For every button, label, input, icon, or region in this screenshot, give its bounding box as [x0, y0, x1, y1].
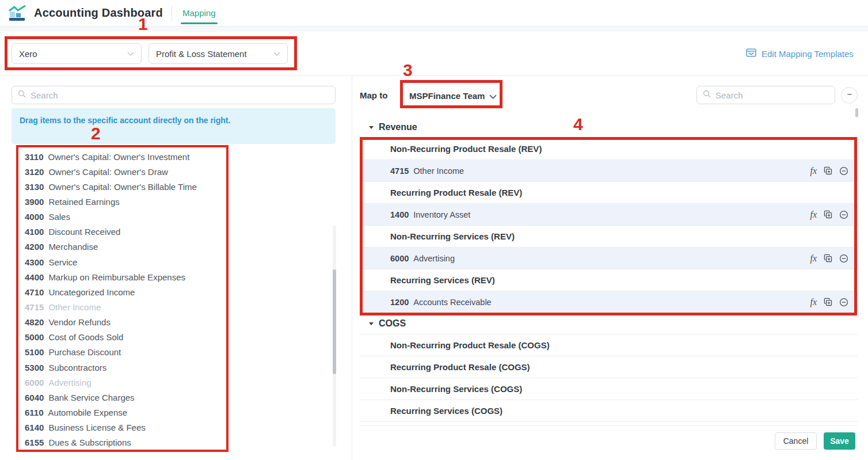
formula-icon[interactable]: fx	[810, 210, 817, 219]
account-name: Other Income	[48, 302, 101, 312]
mapped-account-code: 1200	[390, 298, 409, 307]
chevron-down-icon	[127, 52, 134, 56]
category-row[interactable]: Non-Recurring Services (REV)	[360, 226, 858, 248]
section-header-cogs[interactable]: COGS	[360, 313, 858, 334]
category-label: Recurring Services (COGS)	[390, 406, 502, 416]
remove-icon[interactable]	[839, 298, 848, 307]
account-item[interactable]: 4820Vendor Refunds	[12, 315, 325, 330]
account-item[interactable]: 3120Owner's Capital: Owner's Draw	[12, 164, 325, 179]
account-code: 5000	[25, 332, 44, 342]
mapped-account-code: 4715	[390, 166, 409, 176]
caret-down-icon	[369, 322, 374, 325]
account-item[interactable]: 4100Discount Received	[12, 225, 325, 239]
team-select[interactable]: MSPFinance Team	[409, 88, 497, 103]
category-label: Non-Recurring Services (COGS)	[390, 384, 522, 394]
team-select-value: MSPFinance Team	[409, 91, 485, 101]
section-header-revenue[interactable]: Revenue	[360, 117, 858, 138]
annotation-number-3: 3	[403, 62, 413, 79]
account-code: 6040	[25, 393, 44, 402]
account-name: Retained Earnings	[48, 197, 119, 207]
duplicate-icon[interactable]	[824, 166, 832, 175]
account-code: 4820	[25, 317, 44, 327]
tab-mapping[interactable]: Mapping	[181, 0, 218, 26]
mapped-account-row[interactable]: 4715Other Incomefx	[360, 160, 858, 182]
left-scrollbar-thumb[interactable]	[333, 269, 336, 374]
caret-down-icon	[369, 126, 374, 129]
account-name: Discount Received	[48, 227, 120, 237]
source-search-input[interactable]	[31, 90, 329, 100]
account-item[interactable]: 5000Cost of Goods Sold	[12, 330, 325, 345]
remove-icon[interactable]	[839, 210, 848, 219]
account-item[interactable]: 4300Service	[12, 254, 325, 269]
header-divider	[172, 6, 172, 21]
remove-icon[interactable]	[839, 166, 848, 176]
account-item[interactable]: 3110Owner's Capital: Owner's Investment	[12, 149, 325, 164]
duplicate-icon[interactable]	[824, 298, 832, 306]
account-code: 3110	[25, 152, 44, 162]
account-name: Owner's Capital: Owner's Draw	[48, 167, 167, 177]
source-system-select[interactable]: Xero	[12, 43, 142, 64]
account-code: 4000	[25, 212, 44, 222]
mapped-account-code: 1400	[390, 210, 409, 219]
account-name: Service	[48, 257, 77, 267]
section-label: Revenue	[379, 122, 417, 132]
account-code: 3130	[25, 182, 44, 192]
chevron-down-icon	[489, 91, 497, 101]
category-row[interactable]: Recurring Product Resale (REV)	[360, 182, 858, 204]
category-label: Non-Recurring Product Resale (REV)	[390, 144, 542, 154]
account-code: 4100	[25, 227, 44, 237]
account-item[interactable]: 4200Merchandise	[12, 239, 325, 254]
formula-icon[interactable]: fx	[810, 254, 817, 263]
collapse-all-button[interactable]	[841, 87, 858, 104]
account-code: 4715	[25, 302, 44, 312]
account-name: Markup on Reimbursable Expenses	[48, 272, 185, 282]
duplicate-icon[interactable]	[824, 254, 832, 263]
category-row[interactable]: Non-Recurring Product Resale (REV)	[360, 138, 858, 160]
edit-mapping-templates-link[interactable]: Edit Mapping Templates	[746, 48, 854, 59]
account-item[interactable]: 5300Subcontractors	[12, 360, 325, 375]
account-name: Cost of Goods Sold	[48, 332, 123, 342]
row-actions: fx	[810, 298, 848, 307]
mapped-account-row[interactable]: 6000Advertisingfx	[360, 248, 858, 269]
remove-icon[interactable]	[839, 254, 848, 263]
edit-mapping-templates-label: Edit Mapping Templates	[762, 49, 854, 59]
formula-icon[interactable]: fx	[810, 298, 817, 307]
cancel-button[interactable]: Cancel	[775, 432, 817, 450]
account-item[interactable]: 4000Sales	[12, 210, 325, 225]
account-item[interactable]: 6140Business License & Fees	[12, 420, 325, 435]
category-row[interactable]: Recurring Product Resale (COGS)	[360, 356, 858, 378]
mapping-search-input[interactable]	[715, 90, 830, 100]
account-item[interactable]: 5100Purchase Discount	[12, 345, 325, 360]
account-item[interactable]: 6040Bank Service Charges	[12, 390, 325, 405]
category-row[interactable]: Recurring Services (REV)	[360, 269, 858, 291]
mapped-account-code: 6000	[390, 254, 409, 263]
mapping-rows: RevenueNon-Recurring Product Resale (REV…	[360, 117, 858, 426]
mapping-search	[696, 86, 835, 104]
category-row[interactable]: Recurring Services (COGS)	[360, 400, 858, 422]
account-name: Purchase Discount	[48, 347, 121, 357]
category-row[interactable]: Non-Recurring Product Resale (COGS)	[360, 334, 858, 356]
account-item[interactable]: 4400Markup on Reimbursable Expenses	[12, 269, 325, 284]
account-item[interactable]: 4710Uncategorized Income	[12, 284, 325, 299]
account-item[interactable]: 6155Dues & Subscriptions	[12, 435, 325, 450]
row-actions: fx	[810, 210, 848, 219]
report-type-select[interactable]: Profit & Loss Statement	[149, 43, 288, 64]
formula-icon[interactable]: fx	[810, 166, 817, 176]
account-item[interactable]: 3900Retained Earnings	[12, 194, 325, 209]
mapped-account-row[interactable]: 1200Accounts Receivablefx	[360, 291, 858, 313]
search-icon	[18, 90, 26, 100]
right-scrollbar-thumb[interactable]	[855, 108, 858, 117]
account-item[interactable]: 3130Owner's Capital: Owner's Billable Ti…	[12, 179, 325, 194]
category-row[interactable]: Non-Recurring Services (COGS)	[360, 378, 858, 400]
account-code: 6140	[25, 423, 44, 432]
mapped-account-name: Inventory Asset	[413, 210, 470, 219]
account-name: Merchandise	[48, 242, 98, 252]
account-code: 4300	[25, 257, 44, 267]
account-name: Vendor Refunds	[48, 317, 111, 327]
account-item[interactable]: 6110Automobile Expense	[12, 405, 325, 420]
account-code: 6155	[25, 438, 44, 447]
save-button[interactable]: Save	[824, 432, 855, 450]
template-icon	[746, 48, 756, 59]
duplicate-icon[interactable]	[824, 210, 832, 219]
mapped-account-row[interactable]: 1400Inventory Assetfx	[360, 204, 858, 226]
